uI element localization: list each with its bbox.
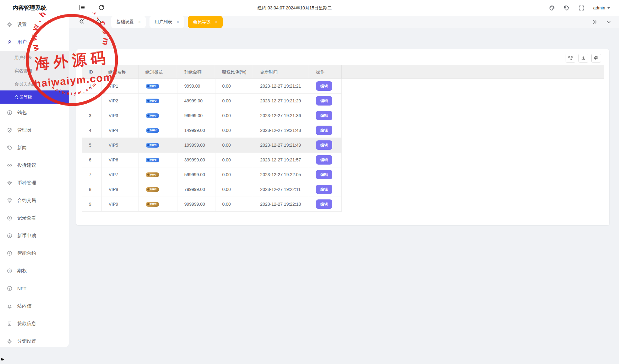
close-icon[interactable]: ×: [176, 19, 179, 24]
gear-icon: [7, 339, 12, 344]
sidebar-item-label: 新闻: [17, 145, 27, 151]
dollar-circle-icon: [7, 233, 12, 238]
theme-palette-icon[interactable]: [549, 5, 555, 11]
menu-fold-icon[interactable]: [79, 4, 86, 12]
sidebar-item-label: 智能合约: [17, 250, 36, 256]
tabs-menu-chevron-down-icon[interactable]: [606, 19, 611, 25]
sidebar-item-user-list[interactable]: 用户列表: [0, 51, 69, 64]
export-button[interactable]: [578, 54, 588, 62]
table-toolbar: [566, 54, 601, 62]
sidebar-item-member-level[interactable]: 会员等级: [0, 90, 69, 104]
sidebar-item-contract-trade[interactable]: 合约交易: [0, 192, 69, 209]
edit-button[interactable]: 编辑: [316, 111, 332, 120]
euro-circle-icon: [7, 286, 12, 291]
level-badge: VIP2: [146, 99, 159, 103]
sidebar: 内容管理系统 设置 用户 用户列表 实名管理 会员关系图 会员等级 钱包 管理员…: [0, 0, 69, 347]
sidebar-item-new-coin[interactable]: 新币申购: [0, 227, 69, 244]
close-icon[interactable]: ×: [215, 19, 217, 24]
euro-circle-icon: [7, 268, 12, 274]
col-bonus-ratio: 赠送比例(%): [215, 65, 253, 79]
sidebar-item-label: 钱包: [17, 110, 27, 116]
content-area: ID 级别名称 级别徽章 升级金额 赠送比例(%) 更新时间 操作 1 VIP1…: [69, 28, 619, 364]
table-row: 8 VIP8 VIP8 799999.00 0.00 2023-12-27 19…: [82, 182, 342, 197]
col-actions: 操作: [309, 65, 342, 79]
sidebar-item-news[interactable]: 新闻: [0, 139, 69, 156]
sidebar-item-wallet[interactable]: 钱包: [0, 104, 69, 121]
table-row: 6 VIP6 VIP6 399999.00 0.00 2023-12-27 19…: [82, 153, 342, 167]
chevron-down-icon: [607, 7, 610, 9]
level-badge: VIP7: [146, 172, 159, 177]
col-updated-at: 更新时间: [253, 65, 309, 79]
sidebar-item-coins[interactable]: 币种管理: [0, 174, 69, 192]
sidebar-item-distribution[interactable]: 分销设置: [0, 332, 69, 350]
level-badge: VIP8: [146, 187, 159, 192]
edit-button[interactable]: 编辑: [316, 96, 332, 106]
sidebar-item-label: 用户: [17, 39, 27, 45]
mouse-cursor: [0, 357, 6, 364]
table-row: 3 VIP3 VIP3 99999.00 0.00 2023-12-27 19:…: [82, 108, 342, 123]
printer-icon: [594, 56, 599, 61]
tab-user-list[interactable]: 用户列表 ×: [149, 16, 184, 28]
level-badge: VIP4: [146, 128, 159, 133]
sidebar-item-label: 贷款信息: [17, 321, 36, 327]
edit-button[interactable]: 编辑: [316, 81, 332, 91]
close-icon[interactable]: ×: [138, 19, 141, 24]
tab-member-level[interactable]: 会员等级 ×: [188, 16, 222, 28]
euro-circle-icon: [7, 251, 12, 256]
table-row: 9 VIP9 VIP9 999999.00 0.00 2023-12-27 19…: [82, 197, 342, 212]
diamond-icon: [147, 173, 149, 176]
sidebar-item-member-relations[interactable]: 会员关系图: [0, 77, 69, 90]
sidebar-item-nft[interactable]: NFT: [0, 280, 69, 297]
sidebar-item-label: 新币申购: [17, 233, 36, 239]
sidebar-item-label: 设置: [17, 22, 27, 28]
sidebar-item-label: 合约交易: [17, 198, 36, 204]
sidebar-item-smart-contract[interactable]: 智能合约: [0, 244, 69, 262]
diamond-icon: [147, 85, 149, 87]
sidebar-item-label: NFT: [17, 286, 26, 291]
sidebar-item-loans[interactable]: 贷款信息: [0, 315, 69, 332]
sidebar-item-realname[interactable]: 实名管理: [0, 64, 69, 77]
user-menu[interactable]: admin: [593, 5, 610, 10]
edit-button[interactable]: 编辑: [316, 126, 332, 135]
sidebar-submenu-users: 用户列表 实名管理 会员关系图 会员等级: [0, 51, 69, 104]
bell-icon: [7, 303, 12, 309]
sidebar-item-feedback[interactable]: 投拆建议: [0, 156, 69, 174]
tag-icon[interactable]: [564, 5, 570, 11]
sidebar-item-messages[interactable]: 站内信: [0, 297, 69, 315]
gear-icon: [7, 22, 12, 27]
gem-icon: [7, 180, 12, 186]
columns-button[interactable]: [566, 54, 575, 62]
open-tabs: 基础设置 × 用户列表 × 会员等级 ×: [111, 16, 223, 28]
sidebar-item-label: 分销设置: [17, 338, 36, 344]
edit-button[interactable]: 编辑: [316, 199, 332, 209]
fullscreen-icon[interactable]: [578, 5, 584, 11]
sidebar-item-label: 记录查看: [17, 215, 36, 221]
edit-button[interactable]: 编辑: [316, 170, 332, 179]
edit-button[interactable]: 编辑: [316, 185, 332, 194]
sidebar-item-label: 期权: [17, 268, 27, 274]
tabs-scroll-right-icon[interactable]: [592, 19, 598, 25]
sidebar-item-users[interactable]: 用户: [0, 33, 69, 51]
edit-button[interactable]: 编辑: [316, 140, 332, 150]
sidebar-item-label: 站内信: [17, 303, 31, 309]
sidebar-item-options[interactable]: 期权: [0, 262, 69, 280]
level-badge: VIP9: [146, 202, 159, 207]
table-row-highlighted: 5 VIP5 VIP5 199999.00 0.00 2023-12-27 19…: [82, 138, 342, 153]
table-header: ID 级别名称 级别徽章 升级金额 赠送比例(%) 更新时间 操作: [82, 65, 604, 79]
col-level-name: 级别名称: [101, 65, 138, 79]
diamond-icon: [147, 144, 149, 146]
table-row: 7 VIP7 VIP7 599999.00 0.00 2023-12-27 19…: [82, 167, 342, 182]
tabs-scroll-left-icon[interactable]: [79, 18, 86, 26]
world-clock: 纽约:03:04:07 2024年10月15日星期二: [258, 0, 332, 16]
sidebar-item-records[interactable]: 记录查看: [0, 209, 69, 227]
edit-button[interactable]: 编辑: [316, 155, 332, 165]
sidebar-item-admin[interactable]: 管理员: [0, 121, 69, 139]
refresh-icon[interactable]: [98, 4, 106, 12]
tab-label: 会员等级: [193, 19, 210, 25]
sidebar-item-settings[interactable]: 设置: [0, 16, 69, 33]
home-icon[interactable]: [95, 18, 103, 26]
tabbar: 基础设置 × 用户列表 × 会员等级 ×: [69, 16, 619, 28]
tab-label: 基础设置: [116, 19, 134, 25]
print-button[interactable]: [591, 54, 601, 62]
tab-basic-settings[interactable]: 基础设置 ×: [111, 16, 146, 28]
